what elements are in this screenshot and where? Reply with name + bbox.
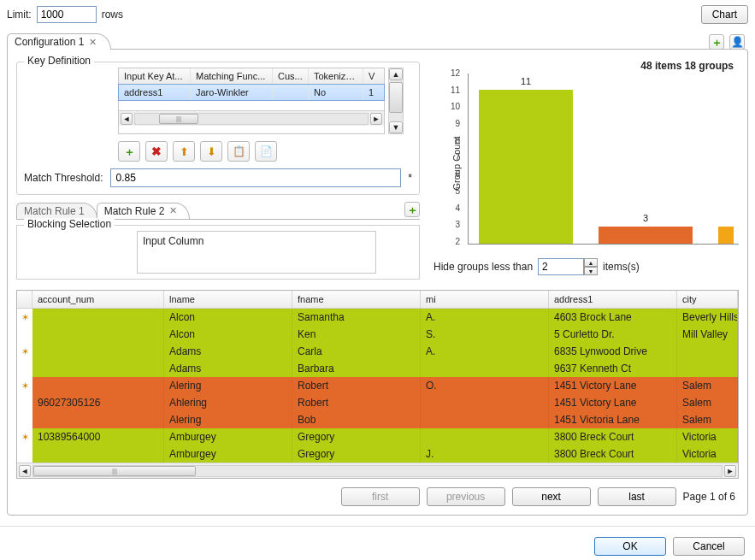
scroll-left-icon[interactable]: ◄ — [121, 113, 133, 125]
kd-col-v[interactable]: V — [363, 68, 384, 84]
table-cell: 6835 Lynwood Drive — [549, 343, 677, 360]
scroll-down-icon[interactable]: ▼ — [389, 121, 403, 133]
table-cell: Ken — [292, 326, 421, 343]
scroll-right-icon[interactable]: ► — [724, 465, 736, 477]
table-cell: Alcon — [164, 309, 292, 326]
group-marker-icon — [17, 326, 32, 343]
table-cell — [32, 343, 164, 360]
x-icon: ✖ — [151, 144, 162, 158]
table-cell: O. — [421, 377, 549, 394]
table-cell: Alering — [164, 377, 292, 394]
chart-summary: 48 items 18 groups — [430, 56, 739, 74]
close-icon[interactable]: ✕ — [89, 37, 97, 48]
table-cell: Salem — [677, 394, 738, 411]
table-cell: Amburgey — [164, 428, 292, 445]
cancel-button[interactable]: Cancel — [673, 537, 745, 556]
pager-first-button[interactable]: first — [341, 487, 420, 506]
scroll-up-icon[interactable]: ▲ — [389, 68, 403, 80]
chart-bar — [718, 227, 734, 244]
kd-col-cus[interactable]: Cus... — [273, 68, 309, 84]
table-cell: Adams — [164, 343, 292, 360]
table-cell: Barbara — [292, 360, 421, 377]
pager-last-button[interactable]: last — [598, 487, 676, 506]
table-cell: A. — [421, 343, 549, 360]
hide-groups-input[interactable] — [538, 258, 584, 275]
col-mi[interactable]: mi — [421, 291, 549, 308]
table-cell — [421, 360, 549, 377]
tab-match-rule-1[interactable]: Match Rule 1 — [16, 203, 97, 219]
kd-add-button[interactable]: ＋ — [118, 141, 140, 162]
group-marker-icon — [17, 445, 32, 463]
kd-col-input-key[interactable]: Input Key At... — [119, 68, 191, 84]
col-city[interactable]: city — [677, 291, 738, 308]
scroll-thumb-v[interactable] — [389, 82, 403, 113]
group-marker-icon — [17, 394, 32, 411]
col-account_num[interactable]: account_num — [32, 291, 164, 308]
blocking-selection-legend: Blocking Selection — [24, 218, 115, 230]
kd-move-down-button[interactable]: ⬇ — [200, 141, 222, 162]
add-match-rule-button[interactable]: ＋ — [404, 202, 420, 217]
kd-paste-button[interactable]: 📄 — [255, 141, 277, 162]
pager-next-button[interactable]: next — [512, 487, 591, 506]
kd-hscroll[interactable]: ◄ ||| ► — [119, 110, 384, 126]
ok-button[interactable]: OK — [594, 537, 666, 556]
spinner-up-icon[interactable]: ▲ — [584, 258, 598, 267]
table-cell — [32, 326, 164, 343]
key-definition-panel: Key Definition Input Key At... Matching … — [16, 62, 420, 195]
table-cell — [421, 411, 549, 428]
kd-row[interactable]: address1 Jaro-Winkler No 1 — [118, 84, 385, 101]
table-row[interactable]: ✶AdamsCarlaA.6835 Lynwood Drive — [17, 343, 738, 360]
kd-remove-button[interactable]: ✖ — [145, 141, 168, 162]
chart-button[interactable]: Chart — [701, 5, 748, 24]
tab-configuration-1[interactable]: Configuration 1 ✕ — [7, 33, 111, 50]
table-cell: 4603 Brock Lane — [549, 309, 677, 326]
results-hscroll[interactable]: ◄ ||| ► — [17, 463, 738, 478]
threshold-input[interactable] — [110, 168, 402, 187]
table-row[interactable]: ✶10389564000AmburgeyGregory3800 Breck Co… — [17, 428, 738, 445]
kd-copy-button[interactable]: 📋 — [227, 141, 250, 162]
threshold-label: Match Threshold: — [24, 172, 103, 184]
table-row[interactable]: AmburgeyGregoryJ.3800 Breck CourtVictori… — [17, 445, 738, 463]
kd-col-tokenize[interactable]: Tokenize... — [309, 68, 363, 84]
key-definition-table[interactable]: Input Key At... Matching Func... Cus... … — [118, 68, 385, 134]
pager-previous-button[interactable]: previous — [427, 487, 505, 506]
table-row[interactable]: ✶AlconSamanthaA.4603 Brock LaneBeverly H… — [17, 309, 738, 326]
table-cell — [32, 411, 164, 428]
scroll-thumb[interactable]: ||| — [33, 466, 196, 476]
col-lname[interactable]: lname — [164, 291, 292, 308]
kd-move-up-button[interactable]: ⬆ — [173, 141, 195, 162]
close-icon[interactable]: ✕ — [169, 205, 177, 216]
col-address1[interactable]: address1 — [549, 291, 677, 308]
table-cell: Robert — [292, 394, 421, 411]
spinner-down-icon[interactable]: ▼ — [584, 267, 598, 275]
table-row[interactable]: 96027305126AhleringRobert1451 Victory La… — [17, 394, 738, 411]
gear-user-icon: 👤 — [731, 36, 744, 48]
table-cell: Adams — [164, 360, 292, 377]
table-cell — [32, 445, 164, 463]
col-fname[interactable]: fname — [292, 291, 421, 308]
analyze-button[interactable]: 👤 — [729, 34, 745, 50]
table-cell: 10389564000 — [32, 428, 164, 445]
plus-icon: ＋ — [711, 37, 723, 48]
kd-col-matching[interactable]: Matching Func... — [191, 68, 273, 84]
tab-match-rule-2[interactable]: Match Rule 2 ✕ — [97, 203, 191, 219]
table-row[interactable]: ✶AleringRobertO.1451 Victory LaneSalem — [17, 377, 738, 394]
scroll-left-icon[interactable]: ◄ — [19, 465, 31, 477]
table-row[interactable]: AdamsBarbara9637 Kenneth Ct — [17, 360, 738, 377]
table-row[interactable]: AlconKenS.5 Curletto Dr.Mill Valley — [17, 326, 738, 343]
hide-groups-suffix: items(s) — [603, 261, 640, 273]
add-config-button[interactable]: ＋ — [709, 34, 724, 50]
scroll-right-icon[interactable]: ► — [370, 113, 382, 125]
plus-icon: ＋ — [124, 146, 135, 157]
table-row[interactable]: AleringBob1451 Victoria LaneSalem — [17, 411, 738, 428]
table-cell: 9637 Kenneth Ct — [549, 360, 677, 377]
limit-input[interactable] — [37, 6, 97, 23]
chart-bar: 3 — [599, 227, 693, 244]
table-cell: Salem — [677, 377, 738, 394]
scroll-thumb[interactable]: ||| — [159, 114, 198, 124]
blocking-input-column[interactable]: Input Column — [137, 231, 376, 274]
table-cell — [677, 360, 738, 377]
group-count-chart: Group Count 12111098765432 113 — [430, 74, 739, 253]
table-cell: 5 Curletto Dr. — [549, 326, 677, 343]
kd-vscroll[interactable]: ▲ ▼ — [388, 68, 404, 134]
